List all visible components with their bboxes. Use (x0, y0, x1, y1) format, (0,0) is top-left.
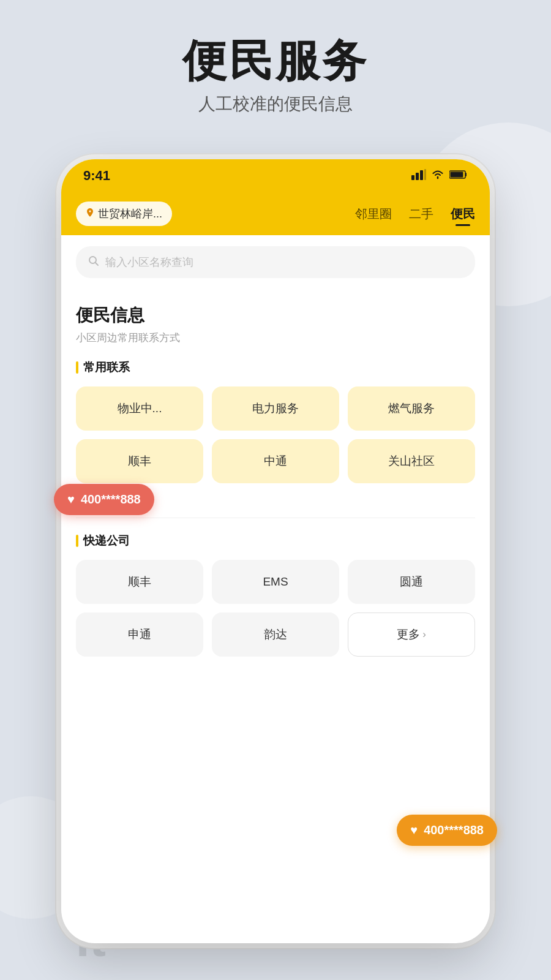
service-btn-3[interactable]: 顺丰 (76, 439, 203, 483)
more-arrow-icon: › (422, 628, 426, 641)
search-bar[interactable]: 输入小区名称查询 (76, 246, 475, 278)
service-grid: 物业中... 电力服务 燃气服务 顺丰 中通 关山社区 (76, 386, 475, 483)
svg-rect-5 (451, 172, 463, 177)
nav-bar: 世贸林峪岸... 邻里圈 二手 便民 (61, 192, 490, 235)
wifi-icon (431, 170, 444, 183)
page-header: 便民服务 人工校准的便民信息 (0, 0, 551, 134)
tab-secondhand[interactable]: 二手 (409, 206, 433, 222)
heart-icon-right: ♥ (410, 823, 418, 837)
service-btn-4[interactable]: 中通 (212, 439, 339, 483)
divider (76, 518, 475, 518)
search-area: 输入小区名称查询 (61, 235, 490, 289)
svg-rect-2 (420, 170, 423, 180)
service-btn-2[interactable]: 燃气服务 (348, 386, 475, 431)
tab-convenience[interactable]: 便民 (451, 206, 475, 222)
courier-btn-4[interactable]: 韵达 (212, 612, 339, 657)
float-phone-right: 400****888 (424, 823, 484, 837)
svg-rect-3 (424, 169, 426, 180)
nav-tabs: 邻里圈 二手 便民 (355, 206, 475, 222)
courier-section: 快递公司 顺丰 EMS 圆通 申通 韵达 更多 › (61, 518, 490, 671)
service-btn-1[interactable]: 电力服务 (212, 386, 339, 431)
status-time: 9:41 (83, 168, 110, 184)
courier-btn-1[interactable]: EMS (212, 560, 339, 604)
signal-icon (411, 169, 426, 183)
section-title: 便民信息 (76, 304, 475, 327)
status-icons (411, 169, 468, 183)
page-subtitle: 人工校准的便民信息 (0, 92, 551, 116)
page-title: 便民服务 (0, 37, 551, 85)
phone-mockup: ♥ 400****888 ♥ 400****888 9:41 (61, 159, 490, 943)
location-button[interactable]: 世贸林峪岸... (76, 202, 172, 226)
courier-bar (76, 535, 78, 547)
service-btn-0[interactable]: 物业中... (76, 386, 203, 431)
search-icon (88, 255, 99, 270)
heart-icon-left: ♥ (67, 492, 75, 507)
float-btn-left[interactable]: ♥ 400****888 (54, 484, 154, 515)
svg-rect-0 (411, 175, 414, 180)
tab-neighbors[interactable]: 邻里圈 (355, 206, 392, 222)
courier-btn-3[interactable]: 申通 (76, 612, 203, 657)
courier-label: 快递公司 (76, 533, 475, 549)
section-desc: 小区周边常用联系方式 (76, 331, 475, 345)
battery-icon (449, 170, 468, 183)
common-contacts-label: 常用联系 (76, 360, 475, 375)
courier-btn-more[interactable]: 更多 › (348, 612, 475, 657)
category-bar (76, 361, 78, 374)
status-bar: 9:41 (61, 159, 490, 192)
service-btn-5[interactable]: 关山社区 (348, 439, 475, 483)
courier-btn-0[interactable]: 顺丰 (76, 560, 203, 604)
float-btn-right[interactable]: ♥ 400****888 (397, 815, 497, 846)
courier-grid: 顺丰 EMS 圆通 申通 韵达 更多 › (76, 560, 475, 657)
svg-rect-1 (416, 173, 419, 180)
search-placeholder: 输入小区名称查询 (105, 255, 193, 270)
location-text: 世贸林峪岸... (98, 206, 162, 221)
float-phone-left: 400****888 (81, 492, 141, 507)
courier-btn-2[interactable]: 圆通 (348, 560, 475, 604)
